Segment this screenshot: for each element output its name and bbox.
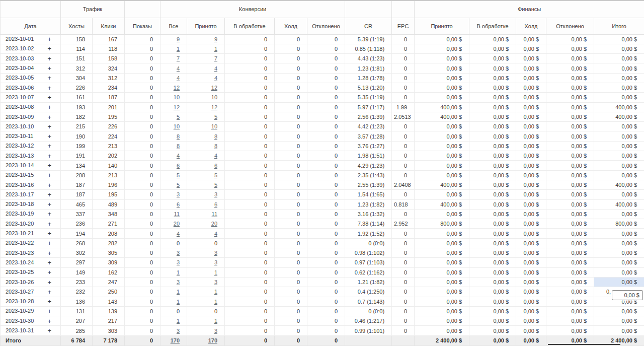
expand-row-button[interactable]: +	[47, 172, 51, 178]
col-header-epc[interactable]: EPC	[392, 18, 415, 34]
expand-row-button[interactable]: +	[47, 55, 51, 62]
conversions-count-link[interactable]: 8	[177, 133, 180, 140]
col-header-hosts[interactable]: Хосты	[61, 18, 93, 34]
expand-row-button[interactable]: +	[47, 85, 51, 91]
expand-row-button[interactable]: +	[47, 123, 51, 130]
conversions-count-link[interactable]: 170	[208, 337, 217, 343]
conversions-count-link[interactable]: 10	[211, 123, 217, 129]
col-header-conv-all[interactable]: Все	[160, 18, 187, 34]
conversions-count-link[interactable]: 10	[174, 94, 180, 100]
conversions-count-link[interactable]: 3	[177, 259, 180, 265]
conversions-count-link[interactable]: 1	[214, 46, 217, 52]
col-header-conv-accepted[interactable]: Принято	[187, 18, 225, 34]
col-header-date[interactable]: Дата	[1, 18, 61, 34]
conversions-count-link[interactable]: 5	[177, 182, 180, 188]
conversions-count-link[interactable]: 4	[177, 153, 180, 159]
conversions-count-link[interactable]: 3	[177, 250, 180, 256]
conversions-count-link[interactable]: 12	[174, 85, 180, 91]
conversions-count-link[interactable]: 4	[177, 231, 180, 237]
col-header-conv-declined[interactable]: Отклонено	[307, 18, 345, 34]
expand-row-button[interactable]: +	[47, 45, 51, 52]
conversions-count-link[interactable]: 3	[214, 328, 217, 334]
expand-row-button[interactable]: +	[47, 201, 51, 207]
expand-row-button[interactable]: +	[47, 298, 51, 305]
conversions-count-link[interactable]: 3	[214, 259, 217, 265]
expand-row-button[interactable]: +	[47, 240, 51, 246]
conversions-count-link[interactable]: 3	[177, 191, 180, 197]
conversions-count-link[interactable]: 3	[214, 250, 217, 256]
conversions-count-link[interactable]: 1	[177, 46, 180, 52]
conversions-count-link[interactable]: 12	[211, 104, 217, 110]
conversions-count-link[interactable]: 1	[214, 289, 217, 295]
conversions-count-link[interactable]: 5	[214, 182, 217, 188]
conversions-count-link[interactable]: 7	[177, 55, 180, 61]
expand-row-button[interactable]: +	[47, 327, 51, 334]
conversions-count-link[interactable]: 5	[214, 172, 217, 178]
expand-row-button[interactable]: +	[47, 211, 51, 217]
conversions-count-link[interactable]: 1	[177, 299, 180, 305]
col-header-fin-in-process[interactable]: В обработке	[469, 18, 516, 34]
col-header-shows[interactable]: Показы	[125, 18, 160, 34]
conversions-count-link[interactable]: 3	[177, 328, 180, 334]
conversions-count-link[interactable]: 1	[177, 318, 180, 324]
col-header-fin-accepted[interactable]: Принято	[415, 18, 469, 34]
expand-row-button[interactable]: +	[47, 162, 51, 169]
expand-row-button[interactable]: +	[47, 104, 51, 110]
conversions-count-link[interactable]: 6	[214, 201, 217, 207]
conversions-count-link[interactable]: 10	[174, 123, 180, 129]
conversions-count-link[interactable]: 8	[214, 143, 217, 149]
expand-row-button[interactable]: +	[47, 259, 51, 266]
expand-row-button[interactable]: +	[47, 221, 51, 227]
expand-row-button[interactable]: +	[47, 75, 51, 81]
conversions-count-link[interactable]: 170	[171, 337, 180, 343]
expand-row-button[interactable]: +	[47, 94, 51, 101]
conversions-count-link[interactable]: 4	[177, 65, 180, 72]
expand-row-button[interactable]: +	[47, 308, 51, 314]
conversions-count-link[interactable]: 4	[214, 75, 217, 81]
conversions-count-link[interactable]: 12	[211, 85, 217, 91]
expand-row-button[interactable]: +	[47, 318, 51, 324]
conversions-count-link[interactable]: 5	[177, 172, 180, 178]
col-header-fin-hold[interactable]: Холд	[516, 18, 546, 34]
col-header-fin-declined[interactable]: Отклонено	[546, 18, 594, 34]
col-header-conv-in-process[interactable]: В обработке	[225, 18, 275, 34]
expand-row-button[interactable]: +	[47, 133, 51, 140]
conversions-count-link[interactable]: 5	[177, 114, 180, 120]
conversions-count-link[interactable]: 12	[174, 104, 180, 110]
conversions-count-link[interactable]: 8	[177, 143, 180, 149]
conversions-count-link[interactable]: 3	[214, 279, 217, 285]
conversions-count-link[interactable]: 11	[212, 211, 217, 217]
conversions-count-link[interactable]: 8	[214, 133, 217, 140]
expand-row-button[interactable]: +	[47, 182, 51, 188]
expand-row-button[interactable]: +	[47, 289, 51, 295]
conversions-count-link[interactable]: 9	[177, 36, 180, 42]
conversions-count-link[interactable]: 1	[177, 269, 180, 275]
expand-row-button[interactable]: +	[47, 114, 51, 120]
expand-row-button[interactable]: +	[47, 65, 51, 72]
conversions-count-link[interactable]: 7	[214, 55, 217, 61]
conversions-count-link[interactable]: 3	[214, 191, 217, 197]
conversions-count-link[interactable]: 4	[214, 231, 217, 237]
expand-row-button[interactable]: +	[47, 269, 51, 275]
conversions-count-link[interactable]: 6	[177, 201, 180, 207]
expand-row-button[interactable]: +	[47, 230, 51, 237]
conversions-count-link[interactable]: 3	[177, 279, 180, 285]
conversions-count-link[interactable]: 20	[211, 221, 217, 227]
conversions-count-link[interactable]: 11	[174, 211, 180, 217]
expand-row-button[interactable]: +	[47, 279, 51, 286]
conversions-count-link[interactable]: 9	[214, 36, 217, 42]
expand-row-button[interactable]: +	[47, 143, 51, 149]
conversions-count-link[interactable]: 10	[211, 94, 217, 100]
col-header-clicks[interactable]: Клики	[93, 18, 125, 34]
conversions-count-link[interactable]: 4	[214, 153, 217, 159]
conversions-count-link[interactable]: 5	[214, 114, 217, 120]
conversions-count-link[interactable]: 20	[174, 221, 180, 227]
conversions-count-link[interactable]: 1	[177, 289, 180, 295]
expand-row-button[interactable]: +	[47, 250, 51, 256]
conversions-count-link[interactable]: 6	[177, 163, 180, 169]
expand-row-button[interactable]: +	[47, 153, 51, 159]
conversions-count-link[interactable]: 1	[214, 269, 217, 275]
conversions-count-link[interactable]: 4	[214, 65, 217, 72]
conversions-count-link[interactable]: 1	[214, 299, 217, 305]
conversions-count-link[interactable]: 1	[214, 318, 217, 324]
